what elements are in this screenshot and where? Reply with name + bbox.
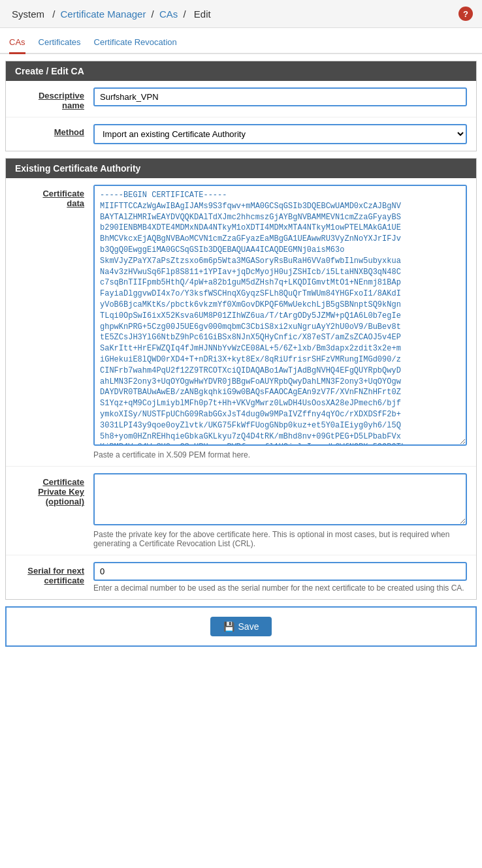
save-icon: 💾 — [223, 621, 234, 632]
tab-cas[interactable]: CAs — [9, 33, 25, 54]
save-label: Save — [238, 621, 259, 632]
serial-row: Serial for nextcertificate Enter a decim… — [6, 555, 476, 599]
cert-data-textarea[interactable]: -----BEGIN CERTIFICATE----- MIIFTTCCAzWg… — [93, 185, 467, 446]
breadcrumb-edit: Edit — [194, 8, 211, 20]
help-icon[interactable]: ? — [458, 7, 473, 21]
serial-input[interactable] — [93, 562, 467, 581]
tab-cert-revocation[interactable]: Certificate Revocation — [94, 33, 177, 54]
descriptive-name-row: Descriptive name — [6, 81, 476, 117]
create-edit-ca-section: Create / Edit CA Descriptive name Method… — [5, 61, 477, 151]
method-label: Method — [15, 124, 93, 137]
cert-data-row: Certificatedata -----BEGIN CERTIFICATE--… — [6, 178, 476, 466]
descriptive-name-input[interactable] — [93, 87, 467, 106]
method-row: Method Import an existing Certificate Au… — [6, 117, 476, 151]
private-key-label: CertificatePrivate Key(optional) — [15, 473, 93, 506]
tab-certificates[interactable]: Certificates — [39, 33, 81, 54]
private-key-row: CertificatePrivate Key(optional) Paste t… — [6, 466, 476, 555]
breadcrumb: System / Certificate Manager / CAs / Edi… — [9, 8, 214, 20]
breadcrumb-system: System — [12, 8, 44, 20]
descriptive-name-control — [93, 87, 467, 106]
private-key-control: Paste the private key for the above cert… — [93, 473, 467, 548]
tab-bar: CAs Certificates Certificate Revocation — [0, 28, 482, 54]
serial-label: Serial for nextcertificate — [15, 562, 93, 585]
breadcrumb-sep2: / — [152, 8, 157, 20]
cert-data-label: Certificatedata — [15, 185, 93, 208]
breadcrumb-sep3: / — [183, 8, 188, 20]
breadcrumb-sep1: / — [52, 8, 57, 20]
serial-hint: Enter a decimal number to be used as the… — [93, 583, 467, 593]
save-area: 💾 Save — [5, 606, 477, 647]
method-select[interactable]: Import an existing Certificate Authority… — [93, 124, 467, 144]
private-key-hint: Paste the private key for the above cert… — [93, 530, 467, 548]
existing-ca-header: Existing Certificate Authority — [6, 159, 476, 178]
save-button[interactable]: 💾 Save — [210, 617, 272, 636]
cert-data-control: -----BEGIN CERTIFICATE----- MIIFTTCCAzWg… — [93, 185, 467, 459]
method-control: Import an existing Certificate Authority… — [93, 124, 467, 144]
private-key-textarea[interactable] — [93, 473, 467, 525]
breadcrumb-cas[interactable]: CAs — [159, 8, 178, 20]
page-header: System / Certificate Manager / CAs / Edi… — [0, 0, 482, 28]
create-edit-header: Create / Edit CA — [6, 61, 476, 81]
breadcrumb-cert-manager[interactable]: Certificate Manager — [61, 8, 146, 20]
existing-ca-section: Existing Certificate Authority Certifica… — [5, 158, 477, 600]
cert-data-hint: Paste a certificate in X.509 PEM format … — [93, 450, 467, 459]
descriptive-name-label: Descriptive name — [15, 87, 93, 110]
serial-control: Enter a decimal number to be used as the… — [93, 562, 467, 593]
